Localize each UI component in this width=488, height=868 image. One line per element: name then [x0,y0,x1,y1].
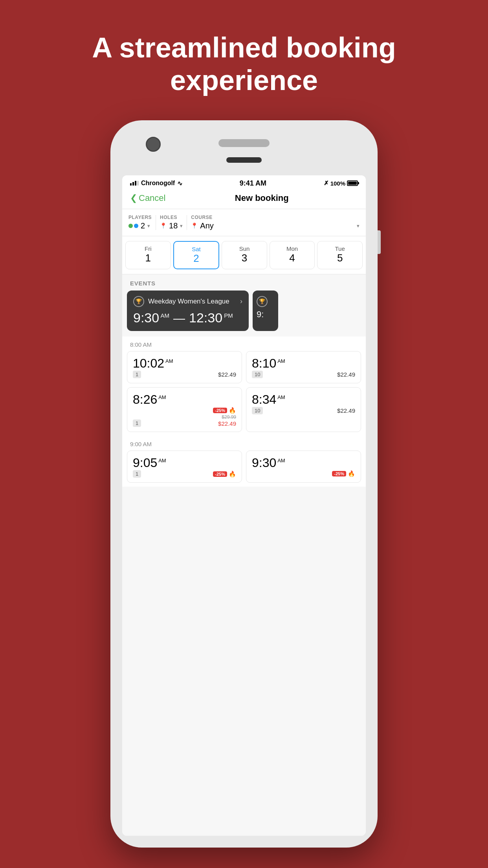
event-dash: — [173,312,185,325]
event-end-time: 12:30 PM [189,310,233,326]
tee-price-discount: -25% 🔥 $29.99 $22.49 [213,407,236,427]
discount-badge: -25% [332,471,346,476]
date-tue-5[interactable]: Tue 5 [317,241,363,269]
discount-badge: -25% [213,408,227,413]
tee-price: $22.49 [218,371,236,378]
fire-icon: 🔥 [229,407,236,414]
hole-pin-icon: 📍 [160,223,167,229]
original-price: $29.99 [222,414,236,420]
date-day-label: Mon [286,245,298,252]
event-time-range: 9:30 AM — 12:30 PM [133,310,242,326]
course-chevron-icon: ▾ [357,223,360,229]
tee-card-1002[interactable]: 10:02 AM 1 $22.49 [127,351,242,383]
tee-grid-8am: 10:02 AM 1 $22.49 8:10 AM 10 $22.49 [122,351,366,436]
holes-label: HOLES [160,215,183,220]
phone-screen: Chronogolf ∿ 9:41 AM ✗ 100% ❮ Cancel New… [122,175,366,836]
holes-value: 18 [169,221,178,230]
status-right: ✗ 100% [324,180,358,187]
course-filter[interactable]: COURSE 📍 Any ▾ [191,215,360,230]
players-filter[interactable]: PLAYERS 2 ▾ [128,215,152,230]
tee-holes-badge: 10 [252,407,263,414]
tee-card-810[interactable]: 8:10 AM 10 $22.49 [246,351,361,383]
date-num-label: 5 [337,252,343,264]
tee-price: $22.49 [337,371,355,378]
phone-frame: Chronogolf ∿ 9:41 AM ✗ 100% ❮ Cancel New… [110,120,378,848]
tee-time-display: 9:30 AM [252,456,355,470]
headline: A streamlined booking experience [0,31,488,97]
cancel-button[interactable]: ❮ Cancel [130,193,165,203]
dot-blue [134,224,138,228]
discount-badge: -25% [213,471,227,477]
date-num-label: 3 [242,252,247,264]
course-value: Any [200,221,213,230]
tee-holes-badge: 1 [133,419,141,427]
date-selector: Fri 1 Sat 2 Sun 3 Mon 4 Tue 5 [122,236,366,274]
bluetooth-icon: ✗ [324,180,329,187]
status-time: 9:41 AM [240,179,266,188]
tee-time-display: 8:26 AM [133,392,236,407]
tee-card-930[interactable]: 9:30 AM -25% 🔥 [246,451,361,483]
event-arrow-icon: › [240,297,242,305]
tee-card-826[interactable]: 8:26 AM 1 -25% 🔥 $29.99 $22.49 [127,387,242,432]
earpiece [226,157,262,163]
players-chevron-icon: ▾ [147,223,150,229]
tee-time-display: 8:34 AM [252,392,355,407]
scroll-content: EVENTS 🏆 Weekday Women's League › 9:30 A… [122,274,366,836]
signal-bars-icon [130,181,139,186]
players-label: PLAYERS [128,215,152,220]
time-group-label-9am: 9:00 AM [122,436,366,451]
filters-bar: PLAYERS 2 ▾ HOLES 📍 18 ▾ [122,209,366,236]
date-day-label: Sat [192,246,201,252]
tee-time-display: 9:05 AM [133,456,236,470]
date-fri-1[interactable]: Fri 1 [125,241,171,269]
date-sun-3[interactable]: Sun 3 [222,241,267,269]
date-day-label: Tue [335,245,345,252]
speaker-grill [218,139,270,147]
tee-card-834[interactable]: 8:34 AM 10 $22.49 [246,387,361,432]
battery-icon [347,180,358,186]
trophy-circle-icon: 🏆 [133,296,144,307]
fire-icon: 🔥 [348,470,355,477]
date-mon-4[interactable]: Mon 4 [270,241,315,269]
date-day-label: Fri [145,245,152,252]
tee-time-display: 8:10 AM [252,356,355,371]
course-label: COURSE [191,215,360,220]
event-card-women-league[interactable]: 🏆 Weekday Women's League › 9:30 AM — 12:… [127,291,249,331]
tee-card-905[interactable]: 9:05 AM 1 -25% 🔥 [127,451,242,483]
camera [146,137,161,152]
status-left: Chronogolf ∿ [130,180,182,187]
date-num-label: 1 [145,252,151,264]
date-num-label: 2 [193,252,199,265]
battery-percent: 100% [330,180,345,187]
date-num-label: 4 [289,252,295,264]
time-group-9am: 9:00 AM 9:05 AM 1 -25% 🔥 [122,436,366,487]
page-title: New booking [165,193,358,203]
event-name: Weekday Women's League [148,298,229,305]
dot-green [128,224,133,228]
date-day-label: Sun [239,245,250,252]
status-bar: Chronogolf ∿ 9:41 AM ✗ 100% [122,175,366,190]
tee-holes-badge: 10 [252,371,263,378]
partial-time: 9: [257,309,264,319]
events-scroll: 🏆 Weekday Women's League › 9:30 AM — 12:… [122,291,366,337]
back-chevron-icon: ❮ [130,193,137,203]
tee-price: $22.49 [337,407,355,414]
events-section-label: EVENTS [122,274,366,291]
course-pin-icon: 📍 [191,223,198,229]
tee-holes-badge: 1 [133,470,141,478]
time-group-8am: 8:00 AM 10:02 AM 1 $22.49 8:10 AM [122,337,366,436]
event-start-time: 9:30 AM [133,310,169,326]
tee-grid-9am: 9:05 AM 1 -25% 🔥 9:30 AM [122,451,366,487]
players-value: 2 [141,221,145,230]
event-card-partial[interactable]: 🏆 9: [253,291,278,331]
carrier-name: Chronogolf [141,180,175,187]
trophy-icon-partial: 🏆 [257,296,268,307]
time-group-label-8am: 8:00 AM [122,337,366,351]
sale-price: $22.49 [218,420,236,427]
nav-bar: ❮ Cancel New booking [122,190,366,209]
holes-filter[interactable]: HOLES 📍 18 ▾ [160,215,183,230]
tee-time-display: 10:02 AM [133,356,236,371]
side-button [378,230,381,254]
date-sat-2[interactable]: Sat 2 [173,241,220,269]
fire-icon: 🔥 [229,471,236,478]
